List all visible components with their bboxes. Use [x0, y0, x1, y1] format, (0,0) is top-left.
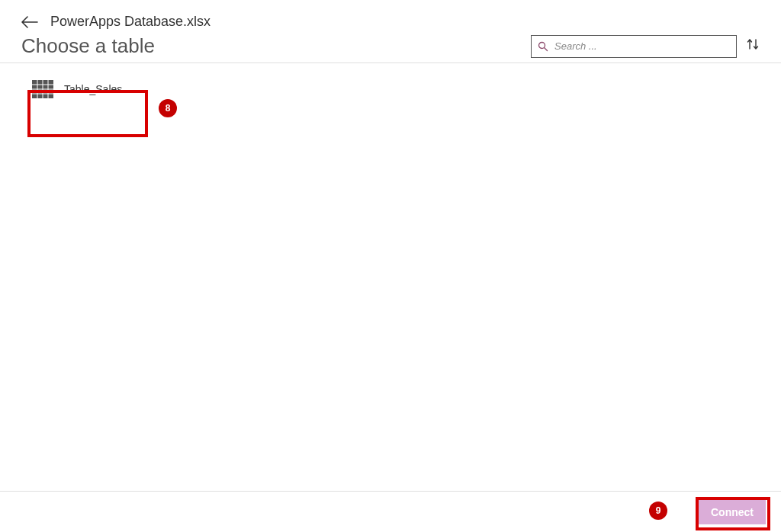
search-input[interactable] — [554, 40, 730, 52]
table-list: Table_Sales — [0, 63, 781, 115]
table-label: Table_Sales — [64, 83, 122, 95]
page-title: Choose a table — [21, 34, 155, 58]
table-icon — [32, 80, 53, 98]
svg-line-1 — [545, 47, 548, 50]
table-item-sales[interactable]: Table_Sales — [21, 72, 133, 106]
footer-bar: Connect — [0, 491, 781, 532]
search-box[interactable] — [531, 35, 737, 58]
sort-icon[interactable] — [746, 37, 760, 55]
connect-button[interactable]: Connect — [699, 500, 766, 524]
file-name: PowerApps Database.xlsx — [50, 14, 211, 30]
header-bar: PowerApps Database.xlsx — [0, 0, 781, 31]
subheader-bar: Choose a table — [0, 34, 781, 63]
back-arrow-icon[interactable] — [21, 16, 38, 28]
right-controls — [531, 35, 760, 58]
search-icon — [538, 41, 548, 52]
